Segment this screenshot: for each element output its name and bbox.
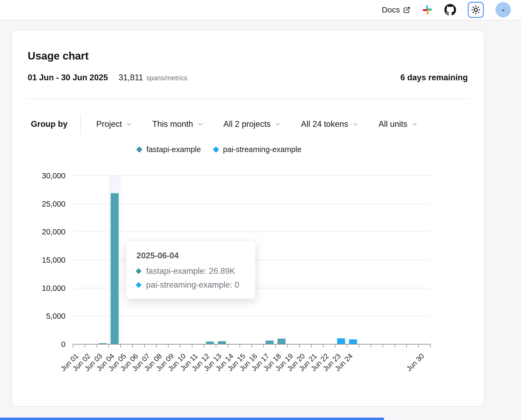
group-by-label: Group by [31,119,68,129]
chart-area: fastapi-examplepai-streaming-example 05,… [12,131,485,407]
section-divider [28,98,468,99]
chevron-down-icon [126,121,133,128]
github-icon[interactable] [444,4,456,16]
avatar[interactable]: - [495,2,511,18]
chart-tooltip: 2025-06-04 fastapi-example: 26.89Kpai-st… [126,241,255,299]
dropdown-label: This month [152,119,193,129]
y-axis-tick-label: 30,000 [42,171,65,180]
filter-row: Group by ProjectThis monthAll 2 projects… [31,114,418,134]
filter-dropdown-all-units[interactable]: All units [379,119,418,129]
meta-row: 01 Jun - 30 Jun 2025 31,811 spans/metric… [28,73,468,82]
days-remaining: 6 days remaining [400,73,468,82]
docs-link-label: Docs [382,5,400,14]
total-unit: spans/metrics [146,74,187,82]
dropdown-label: All 2 projects [224,119,271,129]
y-axis-tick-label: 15,000 [42,256,65,264]
chevron-down-icon [352,121,359,128]
bottom-accent-strip [0,418,384,420]
bar-jun-13[interactable] [218,341,226,344]
sun-icon [471,5,480,14]
bar-jun-04[interactable] [111,193,119,344]
tooltip-title: 2025-06-04 [137,251,245,261]
docs-link[interactable]: Docs [382,5,410,14]
chevron-down-icon [197,121,204,128]
tooltip-series-value: fastapi-example: 26.89K [146,266,235,276]
bar-jun-12[interactable] [206,342,214,344]
filter-dropdown-all-2-projects[interactable]: All 2 projects [224,119,281,129]
y-axis-tick-label: 0 [61,340,65,348]
usage-card: Usage chart 01 Jun - 30 Jun 2025 31,811 … [11,30,484,407]
dropdown-label: Project [96,119,122,129]
external-link-icon [403,6,410,14]
y-axis-tick-label: 25,000 [42,200,65,208]
tooltip-row: pai-streaming-example: 0 [137,280,245,290]
filter-divider [80,114,81,134]
bar-jun-18[interactable] [278,339,286,344]
filter-dropdown-this-month[interactable]: This month [152,119,204,129]
y-axis-tick-label: 20,000 [42,228,65,236]
y-axis-tick-label: 5,000 [46,312,65,320]
filter-dropdowns: ProjectThis monthAll 2 projectsAll 24 to… [96,119,418,129]
filter-dropdown-all-24-tokens[interactable]: All 24 tokens [301,119,359,129]
series-diamond-icon [136,282,142,288]
bar-jun-24[interactable] [349,339,357,344]
app-screen: Docs [0,0,521,420]
filter-dropdown-project[interactable]: Project [96,119,133,129]
bar-jun-17[interactable] [266,341,274,344]
topbar: Docs [0,0,521,20]
y-axis-tick-label: 10,000 [42,284,65,292]
avatar-label: - [502,5,505,14]
chevron-down-icon [274,121,281,128]
dropdown-label: All 24 tokens [301,119,348,129]
x-axis-tick-label: Jun 30 [405,352,426,373]
page-title: Usage chart [28,50,89,62]
total-count: 31,811 [119,73,143,82]
date-range: 01 Jun - 30 Jun 2025 [28,73,108,82]
bar-jun-23[interactable] [337,338,345,344]
chevron-down-icon [411,121,418,128]
dropdown-label: All units [379,119,408,129]
theme-toggle-button[interactable] [468,2,484,18]
slack-icon[interactable] [422,5,433,15]
tooltip-row: fastapi-example: 26.89K [137,266,245,276]
tooltip-series-value: pai-streaming-example: 0 [146,280,239,290]
series-diamond-icon [136,268,142,274]
